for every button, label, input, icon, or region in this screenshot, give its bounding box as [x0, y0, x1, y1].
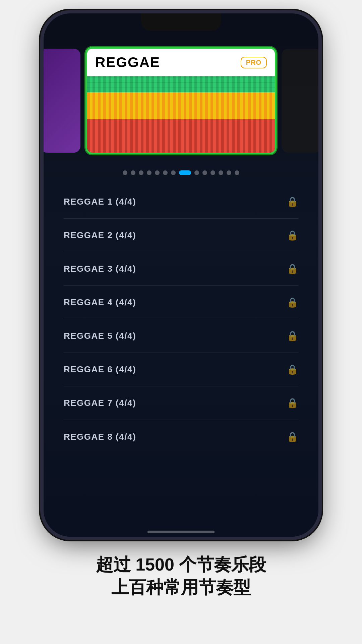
- dot-1[interactable]: [131, 170, 135, 175]
- bottom-text-area: 超过 1500 个节奏乐段 上百种常用节奏型: [0, 537, 362, 615]
- track-item-7[interactable]: REGGAE 7 (4/4) 🔒: [64, 386, 298, 420]
- lock-icon-5: 🔒: [287, 330, 298, 341]
- lock-icon-8: 🔒: [287, 431, 298, 442]
- track-item-4[interactable]: REGGAE 4 (4/4) 🔒: [64, 286, 298, 319]
- track-item-2[interactable]: REGGAE 2 (4/4) 🔒: [64, 219, 298, 252]
- card-header: REGGAE PRO: [87, 49, 275, 76]
- card-title: REGGAE: [95, 54, 160, 70]
- lock-icon-4: 🔒: [287, 297, 298, 308]
- lock-icon-3: 🔒: [287, 263, 298, 274]
- track-name-1: REGGAE 1 (4/4): [64, 197, 136, 207]
- track-item-5[interactable]: REGGAE 5 (4/4) 🔒: [64, 319, 298, 353]
- dot-10[interactable]: [210, 170, 215, 175]
- track-item-1[interactable]: REGGAE 1 (4/4) 🔒: [64, 185, 298, 219]
- track-name-3: REGGAE 3 (4/4): [64, 264, 136, 274]
- track-list: REGGAE 1 (4/4) 🔒 REGGAE 2 (4/4) 🔒 REGGAE…: [44, 185, 318, 527]
- side-card-right[interactable]: [282, 49, 318, 153]
- knit-green-stripe: [87, 76, 275, 92]
- carousel-area: REGGAE PRO: [44, 40, 318, 161]
- lock-icon-6: 🔒: [287, 364, 298, 375]
- track-item-6[interactable]: REGGAE 6 (4/4) 🔒: [64, 353, 298, 386]
- lock-icon-7: 🔒: [287, 397, 298, 409]
- knit-red-stripe: [87, 119, 275, 154]
- reggae-card[interactable]: REGGAE PRO: [85, 47, 277, 154]
- dot-5[interactable]: [163, 170, 168, 175]
- side-card-left[interactable]: [44, 49, 80, 153]
- dot-11[interactable]: [219, 170, 223, 175]
- dot-4[interactable]: [155, 170, 160, 175]
- dot-7-active[interactable]: [179, 170, 191, 175]
- dot-13[interactable]: [235, 170, 239, 175]
- screen: REGGAE PRO: [44, 34, 318, 537]
- bottom-text-line1: 超过 1500 个节奏乐段: [34, 553, 328, 576]
- dot-8[interactable]: [194, 170, 199, 175]
- track-item-3[interactable]: REGGAE 3 (4/4) 🔒: [64, 252, 298, 286]
- bottom-text-line2: 上百种常用节奏型: [34, 576, 328, 599]
- track-name-8: REGGAE 8 (4/4): [64, 432, 136, 442]
- dot-0[interactable]: [123, 170, 127, 175]
- lock-icon-1: 🔒: [287, 196, 298, 207]
- track-name-5: REGGAE 5 (4/4): [64, 331, 136, 341]
- track-name-2: REGGAE 2 (4/4): [64, 230, 136, 240]
- card-body: [87, 76, 275, 154]
- lock-icon-2: 🔒: [287, 230, 298, 241]
- track-name-4: REGGAE 4 (4/4): [64, 297, 136, 308]
- track-item-8[interactable]: REGGAE 8 (4/4) 🔒: [64, 420, 298, 453]
- dot-3[interactable]: [147, 170, 152, 175]
- carousel-dots: [123, 170, 239, 175]
- knit-yellow-stripe: [87, 92, 275, 119]
- dot-12[interactable]: [227, 170, 231, 175]
- track-name-7: REGGAE 7 (4/4): [64, 398, 136, 408]
- track-name-6: REGGAE 6 (4/4): [64, 364, 136, 375]
- pro-badge: PRO: [241, 57, 267, 68]
- dot-6[interactable]: [171, 170, 176, 175]
- dot-9[interactable]: [202, 170, 207, 175]
- notch: [141, 13, 221, 31]
- phone-shell: REGGAE PRO: [44, 13, 318, 537]
- dot-2[interactable]: [139, 170, 143, 175]
- home-indicator: [147, 531, 215, 533]
